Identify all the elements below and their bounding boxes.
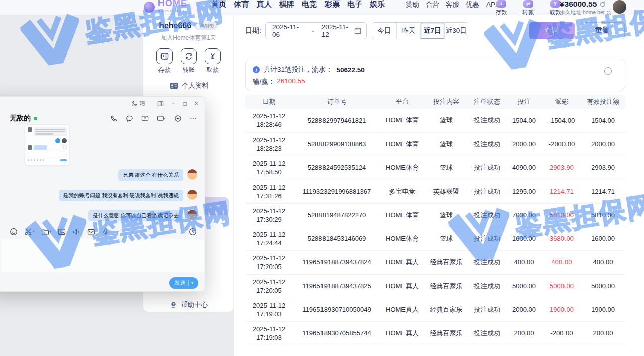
table-row[interactable]: 2025-11-1217:30:295288819487822270HOME体育… <box>245 203 625 227</box>
nav-link-真人[interactable]: 真人 <box>257 0 272 8</box>
close-icon[interactable]: × <box>195 101 198 107</box>
range-button-今日[interactable]: 今日 <box>372 23 396 39</box>
nav-link-娱乐[interactable]: 娱乐 <box>370 0 385 8</box>
cell-payout: -2000.00 <box>543 132 581 156</box>
sidebar-transfer-button[interactable]: 转账 <box>180 48 198 74</box>
chat-message: 是我的账号问题 我没有套利 硬说我套利 说我违规 <box>2 190 197 201</box>
cell-order-number: 1196519188739437824 <box>293 250 381 274</box>
date-range-input[interactable]: 2025-11-06 - 2025-11-12 <box>265 22 367 39</box>
collapse-summary-icon[interactable]: − <box>604 67 612 75</box>
table-row[interactable]: 2025-11-1217:24:445288818453146069HOME体育… <box>245 227 625 250</box>
screen-share-icon[interactable] <box>141 115 149 122</box>
column-header-平台: 平台 <box>381 95 424 109</box>
info-icon: i <box>253 66 260 73</box>
cell-valid-amount: 1214.71 <box>581 180 625 203</box>
summary-card: i 共计31笔投注，流水： 50622.50 输/赢： 26100.55 − <box>245 60 625 90</box>
table-row[interactable]: 2025-11-1217:20:051196519188739437824HOM… <box>245 250 625 274</box>
sidebar-deposit-label: 存款 <box>158 66 171 74</box>
table-row[interactable]: 2025-11-1217:19:031196518930705855744HOM… <box>245 321 625 345</box>
chat-input-area[interactable] <box>2 239 204 272</box>
cell-payout: 1214.71 <box>543 180 581 203</box>
query-button[interactable]: 查询 <box>529 22 575 39</box>
reset-button[interactable]: 重置 <box>580 22 625 39</box>
cell-platform: HOME真人 <box>381 298 424 321</box>
cell-bet-amount: 7000.00 <box>505 203 543 227</box>
refresh-balance-icon[interactable] <box>599 1 606 8</box>
chat-bubble[interactable]: 兄弟 跟这个 有什么关系 <box>118 169 183 181</box>
chat-message: 兄弟 跟这个 有什么关系 <box>2 169 197 181</box>
nav-deposit-button[interactable]: + 存款 <box>492 0 510 15</box>
site-logo[interactable]: HOME home.bet <box>144 1 187 13</box>
nav-link-首页[interactable]: 首页 <box>211 0 226 8</box>
cell-date: 2025-11-1217:30:29 <box>245 203 293 227</box>
minimize-icon[interactable]: − <box>172 101 175 107</box>
voice-message-icon[interactable] <box>72 228 80 236</box>
history-icon[interactable] <box>189 228 197 236</box>
range-button-近7日[interactable]: 近7日 <box>420 23 444 39</box>
nav-transfer-button[interactable]: ⇄ 转账 <box>519 0 537 15</box>
mic-icon[interactable] <box>102 228 110 236</box>
more-icon[interactable]: ⋯ <box>190 114 197 122</box>
table-row[interactable]: 2025-11-1218:28:235288829909138863HOME体育… <box>245 132 625 156</box>
cell-payout: -200.00 <box>543 321 581 345</box>
withdraw-icon <box>205 48 221 64</box>
column-header-派彩: 派彩 <box>543 95 581 109</box>
table-row[interactable]: 2025-11-1217:19:031196518930710050049HOM… <box>245 298 625 321</box>
nav-quick-actions: + 存款 ⇄ 转账 ¥ 取款 <box>492 0 565 15</box>
cell-order-number: 1196518930710050049 <box>293 298 381 321</box>
cell-status: 投注成功 <box>469 156 505 180</box>
remote-desktop-icon[interactable] <box>157 115 166 122</box>
table-row[interactable]: 2025-11-1217:20:051196519188739437825HOM… <box>245 274 625 298</box>
cell-valid-amount: 2000.00 <box>581 132 625 156</box>
cell-platform: HOME真人 <box>381 321 424 345</box>
column-header-注单状态: 注单状态 <box>469 95 505 109</box>
nav-secondary-客服[interactable]: 客服 <box>446 1 459 8</box>
range-button-近30日[interactable]: 近30日 <box>444 23 468 39</box>
nav-link-电竞[interactable]: 电竞 <box>302 0 317 8</box>
nav-link-彩票[interactable]: 彩票 <box>325 0 340 8</box>
voice-call-icon[interactable] <box>110 115 118 122</box>
sender-avatar <box>187 190 197 200</box>
card-icon[interactable] <box>87 228 95 236</box>
nav-link-棋牌[interactable]: 棋牌 <box>279 0 294 8</box>
cell-payout: 400.00 <box>543 250 581 274</box>
chat-message: 是什么意思 你可以自己看游戏记录去 <box>2 210 197 221</box>
image-message-thumbnail[interactable] <box>25 124 70 166</box>
chat-bubble[interactable]: 是我的账号问题 我没有套利 硬说我套利 说我违规 <box>59 190 183 201</box>
chat-bubble[interactable]: 是什么意思 你可以自己看游戏记录去 <box>88 210 183 221</box>
nav-link-体育[interactable]: 体育 <box>234 0 249 8</box>
emoji-icon[interactable] <box>10 228 18 236</box>
search-icon[interactable] <box>606 10 612 16</box>
cell-bet-content: 经典百家乐 <box>424 250 469 274</box>
sidebar-item-profile[interactable]: 个人资料 <box>170 81 209 91</box>
image-icon[interactable] <box>58 228 66 236</box>
column-header-投注内容: 投注内容 <box>424 95 469 109</box>
screenshot-icon[interactable]: ▾ <box>24 228 35 236</box>
chat-bubble-icon[interactable] <box>126 115 133 122</box>
nav-secondary-合营[interactable]: 合营 <box>426 1 439 8</box>
send-button[interactable]: 发送▾ <box>169 277 198 289</box>
date-from-value: 2025-11-06 <box>272 23 305 38</box>
cell-bet-amount: 2000.00 <box>505 298 543 321</box>
cell-status: 投注成功 <box>469 203 505 227</box>
sidebar-deposit-button[interactable]: 存款 <box>155 48 174 74</box>
cell-order-number: 5288818453146069 <box>293 227 381 250</box>
table-row[interactable]: 2025-11-1217:58:505288824592535124HOME体育… <box>245 156 625 180</box>
table-row[interactable]: 2025-11-1218:28:465288829979461821HOME体育… <box>245 109 625 132</box>
sidebar-withdraw-button[interactable]: 取款 <box>204 48 222 74</box>
table-row[interactable]: 2025-11-1217:31:261119323291996881367多宝电… <box>245 180 625 203</box>
maximize-icon[interactable]: □ <box>183 101 187 107</box>
permanent-address: 永久地址:home.bet <box>560 9 605 15</box>
nav-secondary-优惠[interactable]: 优惠 <box>466 1 479 8</box>
sidebar-item-help[interactable]: ? 帮助中心 <box>170 300 208 309</box>
user-avatar[interactable] <box>613 0 626 14</box>
nav-secondary-赞助[interactable]: 赞助 <box>406 1 419 8</box>
add-icon[interactable] <box>174 115 182 122</box>
cell-valid-amount: 400.00 <box>581 250 625 274</box>
range-button-昨天[interactable]: 昨天 <box>396 23 421 39</box>
cell-valid-amount: 2903.90 <box>581 156 625 180</box>
panel-toggle-icon[interactable] <box>157 101 164 107</box>
summary-turnover-label: 共计31笔投注，流水： <box>264 65 333 74</box>
nav-link-电子[interactable]: 电子 <box>347 0 362 8</box>
file-icon[interactable]: ▾ <box>41 228 52 236</box>
